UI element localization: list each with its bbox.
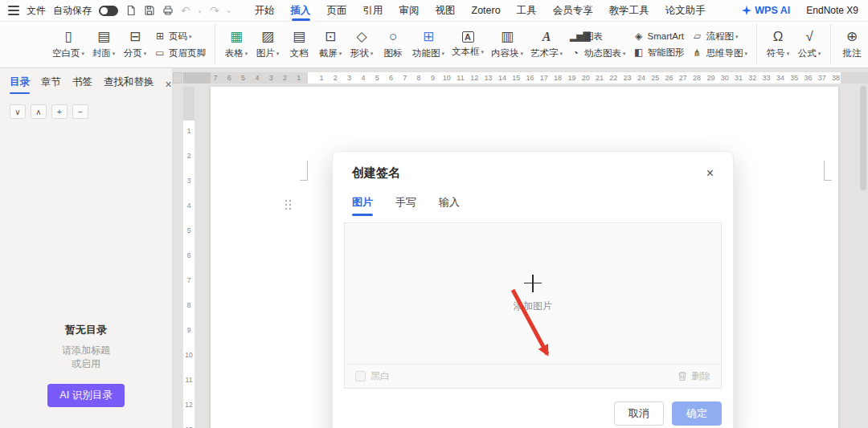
menu-tab-5[interactable]: 审阅 xyxy=(399,0,420,21)
dialog-tab-2[interactable]: 手写 xyxy=(395,195,416,213)
sidebar-tab-4[interactable]: 查找和替换 xyxy=(104,75,154,92)
autosave-toggle[interactable] xyxy=(99,6,118,16)
menu-tab-1[interactable]: 开始 xyxy=(255,0,275,21)
save-icon[interactable] xyxy=(144,5,155,16)
ribbon-smartart[interactable]: ◈SmartArt xyxy=(633,31,685,42)
h-ruler-number: 24 xyxy=(637,74,645,83)
h-ruler-number: 18 xyxy=(554,74,562,83)
ribbon-item-label: 分页▾ xyxy=(124,47,147,59)
menu-tab-2[interactable]: 插入 xyxy=(291,0,311,21)
confirm-button[interactable]: 确定 xyxy=(672,402,722,426)
redo-icon[interactable]: ↷ xyxy=(210,5,219,16)
ribbon-header-footer[interactable]: ▭页眉页脚 xyxy=(154,47,206,59)
ribbon-picture[interactable]: ▨图片▾ xyxy=(252,28,283,61)
ribbon-text-box[interactable]: A文本框▾ xyxy=(448,30,487,59)
black-white-checkbox[interactable] xyxy=(355,371,366,381)
ribbon-content-block[interactable]: ▥内容块▾ xyxy=(488,28,526,61)
sidebar-close-icon[interactable]: × xyxy=(166,79,172,90)
file-menu[interactable]: 文件 xyxy=(27,4,46,18)
cancel-button[interactable]: 取消 xyxy=(614,402,664,426)
sidebar-tab-2[interactable]: 章节 xyxy=(41,75,61,92)
ribbon-word-art[interactable]: A艺术字▾ xyxy=(527,28,566,61)
dynamic-chart-icon: ◔ xyxy=(570,48,581,59)
wps-ai-button[interactable]: WPS AI xyxy=(742,5,790,16)
ribbon-dynamic-chart[interactable]: ◔动态图表▾ xyxy=(570,47,626,59)
ribbon-screenshot[interactable]: ⊡截屏▾ xyxy=(315,28,346,61)
ribbon-mind-map[interactable]: ⋔思维导图▾ xyxy=(692,47,748,59)
ribbon-item-label: 截屏▾ xyxy=(319,47,342,59)
black-white-label: 黑白 xyxy=(371,369,390,383)
undo-icon[interactable]: ↶ xyxy=(181,5,190,16)
dropdown-arrow-icon: ▾ xyxy=(560,51,563,57)
dialog-tab-1[interactable]: 图片 xyxy=(352,195,373,213)
horizontal-ruler[interactable]: 7654321123456789101112131415161718192021… xyxy=(183,72,868,84)
ribbon-table[interactable]: ▦表格▾ xyxy=(221,28,252,61)
print-icon[interactable] xyxy=(162,5,174,16)
paragraph-drag-handle-icon[interactable] xyxy=(285,200,287,202)
ribbon-formula[interactable]: √公式▾ xyxy=(794,28,825,61)
ribbon-page-break[interactable]: ⊟分页▾ xyxy=(120,28,150,61)
mind-map-icon: ⋔ xyxy=(692,48,703,59)
vertical-ruler[interactable]: 12345678910111213 xyxy=(183,87,194,428)
dropdown-arrow-icon: ▾ xyxy=(442,51,445,57)
ribbon-smart-graphics[interactable]: ◧智能图形 xyxy=(633,47,685,59)
wps-ai-label: WPS AI xyxy=(755,5,790,16)
redo-dropdown-icon[interactable]: ▾ xyxy=(227,9,231,15)
ribbon-shapes[interactable]: ◇形状▾ xyxy=(346,28,377,61)
expand-combo-button[interactable]: ∨ xyxy=(10,104,26,119)
delete-button[interactable]: 删除 xyxy=(678,369,710,383)
h-ruler-number: 9 xyxy=(431,74,435,83)
collapse-button[interactable]: ∧ xyxy=(31,104,47,119)
menu-tab-6[interactable]: 视图 xyxy=(436,0,456,21)
scrollbar-thumb[interactable] xyxy=(860,86,866,190)
app-menu-icon[interactable] xyxy=(8,6,19,15)
expand-level-button[interactable]: + xyxy=(51,104,68,119)
menu-tab-11[interactable]: 论文助手 xyxy=(665,0,706,21)
ribbon-function-diagram[interactable]: ⊞功能图▾ xyxy=(409,28,448,61)
ribbon-comment[interactable]: ⊕批注 xyxy=(837,28,867,61)
symbol-icon: Ω xyxy=(773,30,784,44)
ribbon-item-label: 思维导图▾ xyxy=(706,47,748,59)
ribbon-blank-page[interactable]: ▯空白页▾ xyxy=(49,28,88,61)
ribbon-item-label: 图表 xyxy=(584,31,603,43)
dialog-footer: 取消 确定 xyxy=(333,389,733,426)
ribbon-symbol[interactable]: Ω符号▾ xyxy=(763,28,793,61)
add-image-label: 添加图片 xyxy=(514,300,552,313)
endnote-menu[interactable]: EndNote X9 xyxy=(806,5,858,16)
vertical-scrollbar[interactable] xyxy=(860,86,866,425)
ai-recognize-toc-button[interactable]: AI 识别目录 xyxy=(47,384,124,407)
flowchart-icon: ▱ xyxy=(692,31,703,42)
dialog-close-icon[interactable]: × xyxy=(706,167,714,180)
undo-dropdown-icon[interactable]: ▾ xyxy=(199,9,202,15)
ruler-outer-left xyxy=(183,72,211,84)
ruler-right-margin xyxy=(841,72,868,84)
ribbon-document[interactable]: ▤文档 xyxy=(284,28,314,61)
dialog-tab-3[interactable]: 输入 xyxy=(439,195,460,213)
ribbon-flowchart[interactable]: ▱流程图▾ xyxy=(692,31,748,43)
menu-tab-8[interactable]: 工具 xyxy=(517,0,537,21)
menu-tab-4[interactable]: 引用 xyxy=(363,0,383,21)
sidebar: 目录章节书签查找和替换× ∨∧+− 暂无目录 请添加标题 或启用 AI 识别目录 xyxy=(0,68,173,428)
signature-image-dropzone[interactable]: 添加图片 黑白 删除 xyxy=(344,222,722,389)
sidebar-tab-1[interactable]: 目录 xyxy=(10,75,30,92)
menu-tab-7[interactable]: Zotero xyxy=(472,0,501,21)
v-ruler-number: 10 xyxy=(183,351,194,359)
ribbon-icon-library[interactable]: ○图标 xyxy=(378,28,408,61)
menu-tab-3[interactable]: 页面 xyxy=(327,0,347,21)
dropzone-main[interactable]: 添加图片 xyxy=(345,223,721,364)
new-document-icon[interactable] xyxy=(125,5,137,16)
h-ruler-number: 2 xyxy=(334,74,338,83)
menu-tab-9[interactable]: 会员专享 xyxy=(553,0,593,21)
h-ruler-number: 14 xyxy=(498,74,506,83)
ribbon-cover[interactable]: ▤封面▾ xyxy=(88,28,119,61)
v-ruler-number: 3 xyxy=(183,177,194,185)
h-ruler-number: 2 xyxy=(283,74,287,83)
collapse-level-button[interactable]: − xyxy=(72,104,88,119)
ruler-corner-box[interactable] xyxy=(173,72,182,84)
sidebar-tab-3[interactable]: 书签 xyxy=(72,75,92,92)
menu-tab-10[interactable]: 教学工具 xyxy=(609,0,649,21)
ribbon-page-number[interactable]: ⊞页码▾ xyxy=(154,31,206,43)
h-ruler-number: 35 xyxy=(790,74,798,83)
black-white-option[interactable]: 黑白 xyxy=(355,369,390,383)
ribbon-chart[interactable]: ▂▅▇图表 xyxy=(570,31,626,43)
